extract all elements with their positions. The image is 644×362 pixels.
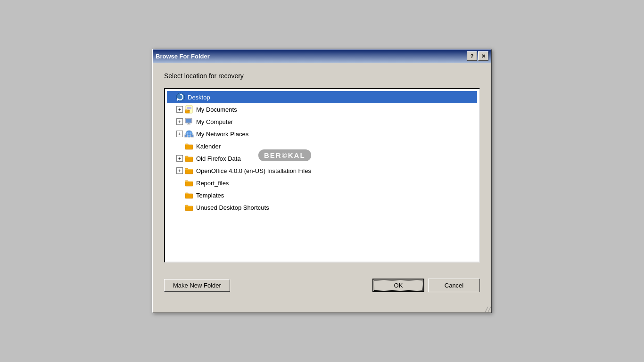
tree-item-reportfiles[interactable]: Report_files [167,177,477,189]
tree-item-kalender[interactable]: Kalender [167,140,477,152]
expand-mydocs[interactable]: + [176,106,183,113]
help-button[interactable]: ? [467,51,477,61]
close-button[interactable]: ✕ [478,51,488,61]
svg-rect-3 [187,107,191,108]
expand-oldfirefox[interactable]: + [176,155,183,162]
expand-openoffice[interactable]: + [176,167,183,174]
no-expand-unused [176,204,183,211]
cancel-button[interactable]: Cancel [428,279,480,292]
desktop-label: Desktop [188,94,210,101]
folder-icon-unused [184,202,194,213]
instruction-text: Select location for recovery [164,72,480,80]
dialog-body: Select location for recovery [153,63,491,272]
folder-icon-openoffice [184,165,194,176]
folder-icon-kalender [184,141,194,151]
tree-item-desktop[interactable]: Desktop [167,91,477,103]
templates-label: Templates [196,192,224,199]
svg-rect-8 [186,119,191,123]
svg-rect-10 [187,124,190,124]
no-expand-report [176,180,183,186]
svg-rect-9 [188,123,190,124]
no-expand-templates [176,192,183,198]
mynetwork-label: My Network Places [196,131,248,138]
mycomputer-label: My Computer [196,118,233,125]
dialog-footer: Make New Folder OK Cancel [153,272,491,302]
ok-button[interactable]: OK [372,279,424,292]
tree-item-unusedshortcuts[interactable]: Unused Desktop Shortcuts [167,201,477,214]
tree-wrapper: Desktop + [164,88,480,263]
network-icon [184,129,194,139]
browse-for-folder-dialog: Browse For Folder ? ✕ Select location fo… [152,49,492,313]
desktop-icon [175,92,186,102]
tree-item-openoffice[interactable]: + OpenOffice 4.0.0 (en-US) Installation … [167,165,477,177]
mydocs-label: My Documents [196,106,237,113]
svg-rect-4 [187,108,191,109]
folder-icon-report [184,178,194,188]
folder-icon-templates [184,190,194,200]
kalender-label: Kalender [196,143,221,150]
tree-item-oldfirefox[interactable]: + Old Firefox Data [167,152,477,165]
no-expand-placeholder [168,94,174,100]
openoffice-label: OpenOffice 4.0.0 (en-US) Installation Fi… [196,167,311,174]
ok-cancel-group: OK Cancel [372,279,480,292]
docs-icon [184,104,194,115]
tree-item-templates[interactable]: Templates [167,189,477,201]
make-new-folder-button[interactable]: Make New Folder [164,279,230,292]
folder-tree[interactable]: Desktop + [164,88,480,263]
title-bar: Browse For Folder ? ✕ [153,49,491,63]
oldfirefox-label: Old Firefox Data [196,155,241,162]
computer-icon [184,116,194,127]
no-expand-kalender [176,143,183,149]
svg-rect-17 [185,135,187,137]
tree-item-mycomputer[interactable]: + My Computer [167,115,477,128]
svg-rect-19 [191,135,193,137]
dialog-window: Browse For Folder ? ✕ Select location fo… [152,49,492,313]
unusedshortcuts-label: Unused Desktop Shortcuts [196,204,269,211]
folder-icon-oldfirefox [184,153,194,164]
tree-item-mydocs[interactable]: + [167,103,477,115]
dialog-title: Browse For Folder [156,53,210,60]
tree-item-mynetwork[interactable]: + [167,128,477,140]
reportfiles-label: Report_files [196,180,229,187]
resize-grip[interactable]: ╱╱ [485,307,491,312]
title-bar-buttons: ? ✕ [467,51,488,61]
expand-mycomputer[interactable]: + [176,118,183,125]
expand-mynetwork[interactable]: + [176,131,183,137]
